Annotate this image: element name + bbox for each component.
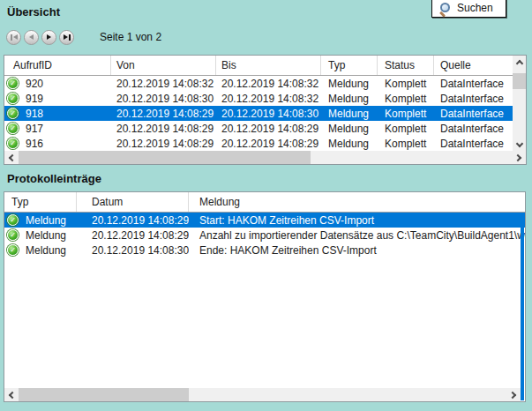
- table-cell: 20.12.2019 14:08:32: [216, 91, 321, 106]
- cell-text: Anzahl zu importierender Datensätze aus …: [199, 229, 525, 242]
- scroll-right-button[interactable]: [512, 151, 526, 164]
- table-cell: 20.12.2019 14:08:32: [111, 76, 216, 91]
- horizontal-scrollbar-thumb[interactable]: [19, 388, 189, 401]
- success-icon: ✓: [7, 78, 19, 89]
- table-row[interactable]: ✓Meldung20.12.2019 14:08:29Start: HAKOM …: [4, 213, 525, 228]
- table-row[interactable]: ✓91920.12.2019 14:08:3020.12.2019 14:08:…: [4, 91, 514, 106]
- chevron-down-icon: [515, 139, 522, 146]
- success-icon: ✓: [7, 108, 19, 119]
- horizontal-scrollbar-thumb[interactable]: [19, 151, 311, 164]
- pagination-controls: Seite 1 von 2: [6, 29, 161, 45]
- table-cell: 20.12.2019 14:08:29: [111, 106, 216, 121]
- cell-text: DataInterface: [440, 108, 504, 120]
- first-page-button[interactable]: [6, 30, 21, 45]
- scroll-left-button[interactable]: [4, 151, 19, 164]
- table-cell: DataInterface: [434, 76, 514, 91]
- success-icon: ✓: [7, 244, 19, 256]
- overview-table-body: ✓92020.12.2019 14:08:3220.12.2019 14:08:…: [4, 76, 514, 151]
- cell-text: 20.12.2019 14:08:30: [92, 244, 189, 257]
- table-cell: Meldung: [321, 121, 378, 136]
- table-cell: DataInterface: [434, 106, 514, 121]
- next-icon: [47, 34, 51, 40]
- scroll-up-button[interactable]: [513, 56, 526, 69]
- table-row[interactable]: ✓Meldung20.12.2019 14:08:30Ende: HAKOM Z…: [4, 243, 525, 258]
- table-cell: 20.12.2019 14:08:29: [77, 228, 189, 243]
- chevron-left-icon: [9, 153, 16, 161]
- search-button-label: Suchen: [457, 2, 493, 14]
- table-cell: DataInterface: [434, 136, 514, 151]
- vertical-scrollbar[interactable]: [513, 56, 526, 151]
- previous-page-button[interactable]: [24, 30, 39, 45]
- cell-text: DataInterface: [440, 123, 504, 135]
- table-cell: Ende: HAKOM Zeitreihen CSV-Import: [189, 243, 525, 258]
- table-row[interactable]: ✓Meldung20.12.2019 14:08:29Anzahl zu imp…: [4, 228, 525, 243]
- table-row[interactable]: ✓91620.12.2019 14:08:2920.12.2019 14:08:…: [4, 136, 514, 151]
- skip-last-icon: [64, 34, 68, 40]
- horizontal-scrollbar[interactable]: [4, 151, 526, 164]
- scroll-down-button[interactable]: [513, 138, 526, 151]
- page-indicator: Seite 1 von 2: [100, 31, 161, 43]
- column-header-aufrufid[interactable]: AufrufID: [4, 56, 111, 75]
- horizontal-scrollbar[interactable]: [4, 388, 521, 401]
- table-cell: 20.12.2019 14:08:30: [216, 106, 321, 121]
- cell-text: Komplett: [385, 78, 426, 90]
- table-cell: 20.12.2019 14:08:29: [111, 136, 216, 151]
- cell-text: 919: [26, 93, 43, 105]
- cell-text: Komplett: [385, 138, 426, 150]
- column-header-bis[interactable]: Bis: [216, 56, 321, 75]
- table-cell: DataInterface: [434, 121, 514, 136]
- cell-text: DataInterface: [440, 93, 504, 105]
- protocol-table-header: TypDatumMeldung: [4, 192, 525, 213]
- column-header-quelle[interactable]: Quelle: [434, 56, 514, 75]
- search-button[interactable]: Suchen: [431, 0, 506, 18]
- table-cell: ✓Meldung: [4, 213, 77, 228]
- scroll-left-button[interactable]: [4, 388, 19, 401]
- focus-stripe: [521, 213, 524, 400]
- table-row[interactable]: ✓92020.12.2019 14:08:3220.12.2019 14:08:…: [4, 76, 514, 91]
- table-cell: 20.12.2019 14:08:30: [77, 243, 189, 258]
- scroll-right-button[interactable]: [506, 388, 521, 401]
- column-header-von[interactable]: Von: [111, 56, 216, 75]
- table-cell: ✓918: [4, 106, 111, 121]
- cell-text: Meldung: [26, 244, 66, 257]
- table-row[interactable]: ✓91820.12.2019 14:08:2920.12.2019 14:08:…: [4, 106, 514, 121]
- cell-text: Komplett: [385, 93, 426, 105]
- last-page-button[interactable]: [59, 30, 74, 45]
- cell-text: 20.12.2019 14:08:30: [116, 93, 214, 105]
- cell-text: 916: [26, 138, 43, 150]
- cell-text: Ende: HAKOM Zeitreihen CSV-Import: [199, 244, 377, 257]
- column-header-typ[interactable]: Typ: [321, 56, 378, 75]
- vertical-scrollbar-thumb[interactable]: [513, 73, 526, 89]
- table-cell: Komplett: [378, 91, 434, 106]
- cell-text: 20.12.2019 14:08:29: [116, 138, 214, 150]
- table-cell: ✓920: [4, 76, 111, 91]
- chevron-right-icon: [509, 391, 516, 398]
- column-header-datum[interactable]: Datum: [77, 192, 189, 212]
- table-cell: Meldung: [321, 91, 378, 106]
- cell-text: Meldung: [26, 229, 66, 242]
- cell-text: 20.12.2019 14:08:29: [221, 138, 318, 150]
- cell-text: Meldung: [328, 123, 369, 135]
- protocol-table-body: ✓Meldung20.12.2019 14:08:29Start: HAKOM …: [4, 213, 525, 258]
- table-cell: Komplett: [378, 121, 434, 136]
- table-cell: 20.12.2019 14:08:29: [111, 121, 216, 136]
- cell-text: Start: HAKOM Zeitreihen CSV-Import: [199, 214, 374, 227]
- table-cell: Meldung: [321, 76, 378, 91]
- column-header-typ[interactable]: Typ: [4, 192, 77, 212]
- column-header-meldung[interactable]: Meldung: [189, 192, 525, 212]
- next-page-button[interactable]: [41, 30, 56, 45]
- table-cell: Komplett: [378, 136, 434, 151]
- magnifier-icon: [439, 3, 451, 14]
- column-header-status[interactable]: Status: [378, 56, 434, 75]
- table-cell: Meldung: [321, 106, 378, 121]
- cell-text: Meldung: [26, 214, 66, 227]
- table-cell: ✓Meldung: [4, 228, 77, 243]
- overview-table-header: AufrufIDVonBisTypStatusQuelle: [4, 56, 514, 76]
- table-row[interactable]: ✓91720.12.2019 14:08:2920.12.2019 14:08:…: [4, 121, 514, 136]
- table-cell: ✓916: [4, 136, 111, 151]
- table-cell: Anzahl zu importierender Datensätze aus …: [189, 228, 525, 243]
- table-cell: 20.12.2019 14:08:29: [77, 213, 189, 228]
- cell-text: 20.12.2019 14:08:32: [221, 93, 318, 105]
- table-cell: 20.12.2019 14:08:32: [216, 76, 321, 91]
- cell-text: 20.12.2019 14:08:29: [116, 108, 214, 120]
